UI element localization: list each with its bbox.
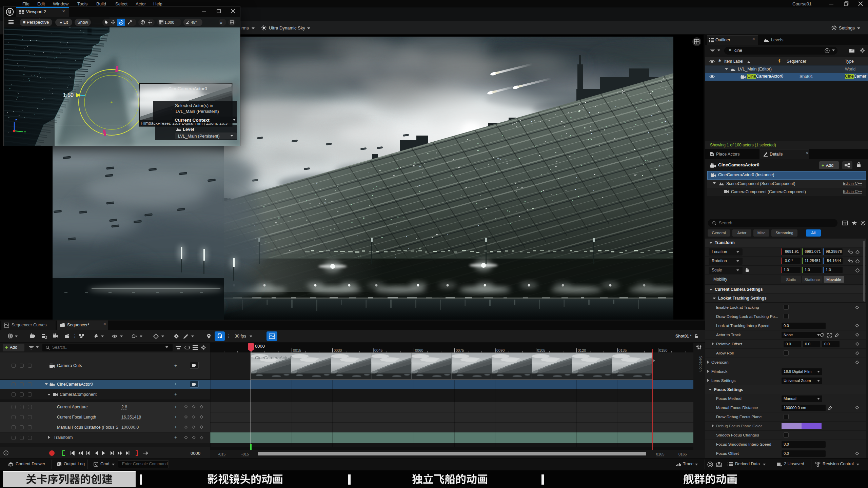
svg-text:0030: 0030 <box>334 348 342 352</box>
svg-text:0000: 0000 <box>255 344 265 349</box>
svg-text:0090: 0090 <box>496 348 505 352</box>
svg-text:0135: 0135 <box>618 348 627 352</box>
svg-text:LVL_Main (Persistent): LVL_Main (Persistent) <box>178 134 220 139</box>
svg-text:0105: 0105 <box>537 348 545 352</box>
svg-text:z: z <box>15 118 17 122</box>
svg-text:Level: Level <box>183 127 194 132</box>
svg-text:-015: -015 <box>241 452 249 456</box>
svg-text:LVL_Main (Persistent): LVL_Main (Persistent) <box>176 109 219 114</box>
svg-text:0075: 0075 <box>456 348 464 352</box>
svg-text:1.50: 1.50 <box>63 92 74 98</box>
svg-text:0165: 0165 <box>656 452 664 456</box>
svg-text:0060: 0060 <box>415 348 423 352</box>
svg-text:CineCameraActor0: CineCameraActor0 <box>168 86 207 91</box>
svg-text:Selected Actor(s) in: Selected Actor(s) in <box>175 103 213 108</box>
svg-text:0165: 0165 <box>678 452 687 456</box>
svg-text:Current Context: Current Context <box>175 118 210 123</box>
svg-text:0120: 0120 <box>578 348 586 352</box>
svg-text:Y: Y <box>24 130 26 134</box>
svg-text:Selection: Selection <box>699 356 703 371</box>
svg-text:0045: 0045 <box>374 348 382 352</box>
svg-text:0015: 0015 <box>293 348 301 352</box>
svg-text:CineCameraActor0: CineCameraActor0 <box>255 355 293 360</box>
svg-text:-015: -015 <box>218 452 225 456</box>
svg-text:0150: 0150 <box>659 348 667 352</box>
